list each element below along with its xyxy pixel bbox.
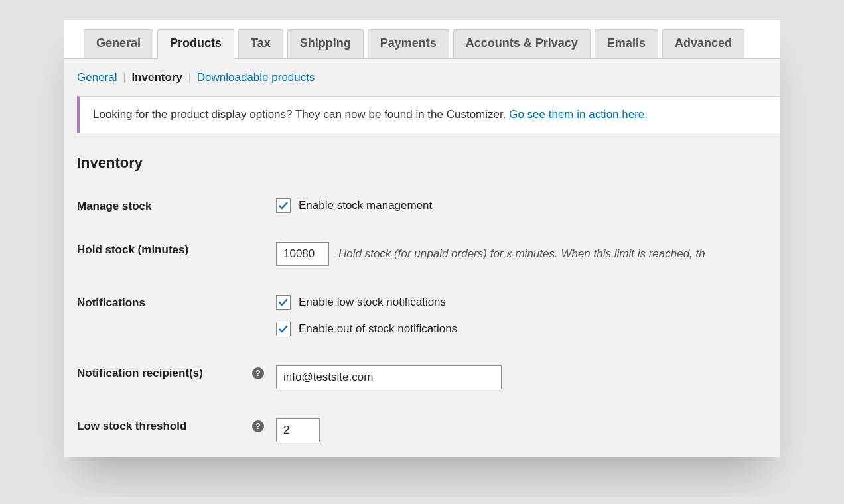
row-notifications: Notifications Enable low stock notificat…: [64, 281, 780, 351]
checkbox-label-out-stock: Enable out of stock notifications: [299, 322, 457, 336]
subnav-general[interactable]: General: [77, 71, 117, 84]
tab-shipping[interactable]: Shipping: [287, 29, 364, 58]
label-notifications: Notifications: [77, 295, 276, 310]
checkbox-row-out-stock: Enable out of stock notifications: [276, 322, 767, 336]
input-hold-stock[interactable]: [276, 242, 329, 266]
tab-advanced[interactable]: Advanced: [662, 29, 744, 58]
check-icon: [278, 297, 289, 308]
check-icon: [278, 324, 289, 334]
notice-text: Looking for the product display options?…: [93, 108, 509, 121]
tab-tax[interactable]: Tax: [238, 29, 283, 58]
customizer-notice: Looking for the product display options?…: [77, 96, 780, 133]
label-hold-stock: Hold stock (minutes): [77, 242, 276, 257]
label-low-threshold: Low stock threshold: [77, 420, 186, 433]
tab-products[interactable]: Products: [157, 29, 234, 59]
subnav-downloadable[interactable]: Downloadable products: [197, 71, 315, 84]
row-low-threshold: Low stock threshold ?: [64, 404, 780, 457]
tab-accounts-privacy[interactable]: Accounts & Privacy: [453, 29, 591, 58]
subnav-inventory[interactable]: Inventory: [131, 71, 182, 84]
label-recipients: Notification recipient(s): [77, 367, 203, 380]
row-manage-stock: Manage stock Enable stock management: [64, 184, 780, 227]
separator: |: [120, 71, 128, 84]
checkbox-manage-stock[interactable]: [276, 198, 291, 213]
checkbox-label-low-stock: Enable low stock notifications: [299, 296, 446, 309]
row-recipients: Notification recipient(s) ?: [64, 351, 780, 404]
checkbox-low-stock[interactable]: [276, 295, 291, 310]
label-manage-stock: Manage stock: [77, 198, 276, 213]
tab-payments[interactable]: Payments: [368, 29, 449, 58]
input-recipients[interactable]: [276, 365, 502, 389]
separator: |: [186, 71, 194, 84]
check-icon: [278, 200, 289, 211]
description-hold-stock: Hold stock (for unpaid orders) for x min…: [338, 247, 705, 261]
help-icon[interactable]: ?: [252, 367, 264, 379]
checkbox-out-stock[interactable]: [276, 322, 291, 336]
settings-tabs: General Products Tax Shipping Payments A…: [64, 20, 780, 59]
tab-emails[interactable]: Emails: [595, 29, 658, 58]
tab-general[interactable]: General: [84, 29, 153, 58]
products-subnav: General | Inventory | Downloadable produ…: [64, 59, 780, 96]
section-heading: Inventory: [64, 149, 780, 184]
settings-panel: General Products Tax Shipping Payments A…: [64, 20, 780, 457]
checkbox-row-manage-stock: Enable stock management: [276, 198, 767, 213]
notice-link[interactable]: Go see them in action here.: [509, 108, 648, 121]
row-hold-stock: Hold stock (minutes) Hold stock (for unp…: [64, 227, 780, 281]
help-icon[interactable]: ?: [252, 420, 264, 432]
checkbox-row-low-stock: Enable low stock notifications: [276, 295, 767, 310]
checkbox-label-manage-stock: Enable stock management: [299, 199, 432, 212]
input-low-threshold[interactable]: [276, 418, 320, 442]
